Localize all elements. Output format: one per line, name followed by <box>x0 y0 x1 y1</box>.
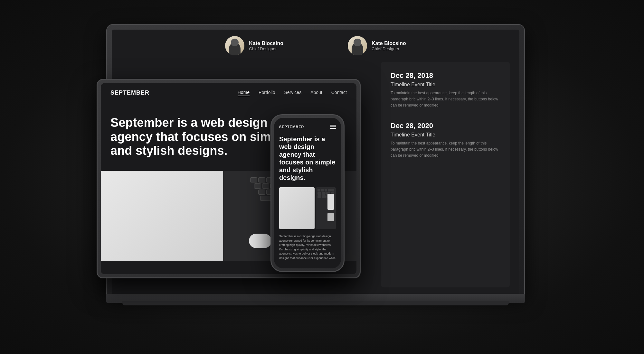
phone-screen: SEPTEMBER September is a web design agen… <box>274 118 341 268</box>
profile-name-right: Kate Blocsino <box>372 41 406 46</box>
phone-notch <box>296 118 319 121</box>
phone-logo: SEPTEMBER <box>279 125 304 129</box>
nav-link-services[interactable]: Services <box>284 90 301 96</box>
timeline-title-1: Timeline Event Title <box>391 132 500 138</box>
timeline-desc-0: To maintain the best appearance, keep th… <box>391 90 500 109</box>
hamburger-menu-icon[interactable] <box>330 125 336 129</box>
nav-link-contact[interactable]: Contact <box>331 90 347 96</box>
nav-link-about[interactable]: About <box>310 90 322 96</box>
nav-link-home[interactable]: Home <box>238 90 250 96</box>
timeline-item-0: Dec 28, 2018 Timeline Event Title To mai… <box>391 71 500 109</box>
tablet-img-left <box>101 171 223 261</box>
phone-hero-heading: September is a web design agency that fo… <box>279 135 336 182</box>
laptop-profile-section: Kate Blocsino Chief Designer Kate Blocsi… <box>112 30 519 62</box>
laptop-camera <box>314 27 317 29</box>
phone-img-right <box>316 187 336 229</box>
phone-device-item-2 <box>327 213 334 221</box>
phone-image-row <box>279 187 336 229</box>
profile-card-left: Kate Blocsino Chief Designer <box>225 36 283 55</box>
avatar-left <box>225 36 244 55</box>
tablet-logo: SEPTEMBER <box>110 89 149 96</box>
timeline-title-0: Timeline Event Title <box>391 82 500 88</box>
phone-device-item-1 <box>327 194 334 210</box>
scene: Kate Blocsino Chief Designer Kate Blocsi… <box>80 24 564 330</box>
tablet-nav: SEPTEMBER Home Portfolio Services About … <box>101 83 356 103</box>
profile-info-left: Kate Blocsino Chief Designer <box>249 41 283 51</box>
phone-img-left <box>279 187 315 229</box>
phone-hero: September is a web design agency that fo… <box>274 132 341 185</box>
tablet-nav-links: Home Portfolio Services About Contact <box>238 90 347 96</box>
mouse-visual <box>249 234 271 248</box>
profile-title-left: Chief Designer <box>249 46 283 51</box>
phone-device: SEPTEMBER September is a web design agen… <box>270 114 345 272</box>
phone-body-text: September is a cutting-edge web design a… <box>274 232 341 263</box>
laptop-base-bottom <box>122 301 509 305</box>
tablet-side-button <box>97 144 98 154</box>
profile-info-right: Kate Blocsino Chief Designer <box>372 41 406 51</box>
phone-content: SEPTEMBER September is a web design agen… <box>274 118 341 268</box>
timeline-date-1: Dec 28, 2020 <box>391 122 500 130</box>
profile-title-right: Chief Designer <box>372 46 406 51</box>
laptop-timeline-panel: Dec 28, 2018 Timeline Event Title To mai… <box>381 62 510 287</box>
profile-name-left: Kate Blocsino <box>249 41 283 46</box>
nav-link-portfolio[interactable]: Portfolio <box>259 90 275 96</box>
timeline-desc-1: To maintain the best appearance, keep th… <box>391 140 500 159</box>
profile-card-right: Kate Blocsino Chief Designer <box>348 36 406 55</box>
timeline-item-1: Dec 28, 2020 Timeline Event Title To mai… <box>391 122 500 159</box>
timeline-date-0: Dec 28, 2018 <box>391 71 500 80</box>
avatar-right <box>348 36 367 55</box>
